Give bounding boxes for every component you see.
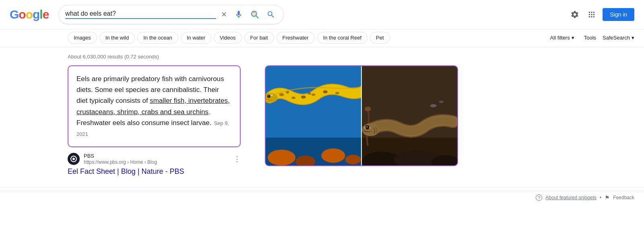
source-info: PBS https://www.pbs.org › Home › Blog xyxy=(84,153,157,165)
google-logo: Google xyxy=(10,8,49,21)
svg-point-2 xyxy=(253,13,256,15)
microphone-icon xyxy=(234,10,243,19)
search-button[interactable] xyxy=(265,8,277,21)
tools-button[interactable]: Tools xyxy=(581,32,599,43)
nav-bar: Images In the wild In the ocean In water… xyxy=(0,29,644,47)
pbs-logo xyxy=(68,153,80,165)
svg-point-13 xyxy=(279,93,284,96)
safe-search-button[interactable]: SafeSearch ▾ xyxy=(603,35,634,41)
logo-letter-g2: g xyxy=(33,8,39,21)
results-layout: Eels are primarily predatory fish with c… xyxy=(68,65,554,176)
feedback-icon: ⚑ xyxy=(605,194,610,201)
eel-image-1[interactable] xyxy=(266,66,361,165)
image-panel[interactable] xyxy=(265,65,458,166)
svg-point-17 xyxy=(323,90,328,94)
lens-button[interactable] xyxy=(249,8,261,21)
source-url: https://www.pbs.org › Home › Blog xyxy=(84,159,157,165)
feedback-label[interactable]: Feedback xyxy=(613,195,634,200)
results-count: About 6,030,000 results (0.72 seconds) xyxy=(68,54,554,60)
nav-chip-for-bait[interactable]: For bait xyxy=(244,32,274,44)
chevron-down-icon: ▾ xyxy=(632,35,634,41)
question-circle-icon: ? xyxy=(536,194,542,201)
nav-right: All filters ▾ Tools SafeSearch ▾ xyxy=(547,32,634,43)
svg-point-26 xyxy=(266,94,268,96)
logo-letter-o1: o xyxy=(19,8,25,21)
svg-point-36 xyxy=(367,126,367,127)
chevron-down-icon: ▾ xyxy=(572,35,574,41)
svg-point-9 xyxy=(268,150,295,165)
nav-chip-in-water[interactable]: In water xyxy=(181,32,211,44)
nav-chip-in-the-ocean[interactable]: In the ocean xyxy=(137,32,178,44)
apps-button[interactable] xyxy=(586,8,598,21)
nav-chip-freshwater[interactable]: Freshwater xyxy=(277,32,315,44)
nav-chip-in-the-wild[interactable]: In the wild xyxy=(99,32,135,44)
snippet-text: Eels are primarily predatory fish with c… xyxy=(76,73,232,139)
all-filters-button[interactable]: All filters ▾ xyxy=(547,32,578,43)
eel-drawing-2 xyxy=(362,66,457,165)
svg-point-37 xyxy=(430,104,437,107)
logo-letter-l: l xyxy=(39,8,42,21)
header: Google ✕ xyxy=(0,0,644,29)
svg-point-14 xyxy=(291,97,295,99)
logo-letter-e: e xyxy=(43,8,49,21)
svg-point-6 xyxy=(72,158,75,160)
source-row: PBS https://www.pbs.org › Home › Blog ⋮ xyxy=(68,153,241,165)
nav-chip-coral-reef[interactable]: In the coral Reef xyxy=(317,32,367,44)
search-icons: ✕ xyxy=(219,8,277,21)
clear-icon: ✕ xyxy=(221,10,227,19)
featured-snippet: Eels are primarily predatory fish with c… xyxy=(68,65,241,147)
sign-in-button[interactable]: Sign in xyxy=(603,8,634,21)
search-bar: ✕ xyxy=(58,5,284,24)
svg-point-11 xyxy=(321,148,345,163)
svg-point-20 xyxy=(308,92,311,95)
svg-point-16 xyxy=(312,94,316,96)
svg-line-1 xyxy=(256,16,258,18)
settings-button[interactable] xyxy=(569,8,581,21)
header-right: Sign in xyxy=(569,8,634,21)
settings-icon xyxy=(570,10,579,19)
clear-button[interactable]: ✕ xyxy=(219,8,229,21)
svg-point-32 xyxy=(365,106,371,111)
bullet-separator: • xyxy=(600,195,601,200)
lens-icon xyxy=(250,10,259,19)
svg-point-18 xyxy=(335,92,339,94)
svg-point-25 xyxy=(268,96,269,96)
logo-letter-o2: o xyxy=(26,8,33,21)
content-divider xyxy=(0,187,644,188)
svg-point-24 xyxy=(268,95,270,97)
left-column: Eels are primarily predatory fish with c… xyxy=(68,65,241,176)
source-link-anchor[interactable]: Eel Fact Sheet | Blog | Nature - PBS xyxy=(68,167,184,175)
search-icon xyxy=(266,10,275,19)
snippet-date: Sep 9, 2021 xyxy=(76,120,229,137)
pbs-icon xyxy=(69,154,78,163)
voice-search-button[interactable] xyxy=(233,8,245,21)
source-link: Eel Fact Sheet | Blog | Nature - PBS xyxy=(68,167,241,176)
main-content: About 6,030,000 results (0.72 seconds) E… xyxy=(0,47,564,182)
svg-point-38 xyxy=(439,100,444,103)
footer-hint: ? About featured snippets • ⚑ Feedback xyxy=(0,191,644,204)
svg-point-35 xyxy=(366,126,369,129)
source-name: PBS xyxy=(84,153,157,159)
more-options-icon[interactable]: ⋮ xyxy=(233,154,241,163)
nav-chip-videos[interactable]: Videos xyxy=(214,32,242,44)
logo-letter-g: G xyxy=(10,8,19,21)
eel-drawing-1 xyxy=(266,66,361,165)
featured-snippets-label[interactable]: About featured snippets xyxy=(545,195,597,200)
apps-icon xyxy=(587,10,596,19)
nav-chip-images[interactable]: Images xyxy=(68,32,97,44)
eel-image-2[interactable] xyxy=(362,66,457,165)
search-input[interactable] xyxy=(65,10,216,19)
svg-point-12 xyxy=(345,155,361,165)
nav-chip-pet[interactable]: Pet xyxy=(370,32,390,44)
svg-point-15 xyxy=(301,96,306,99)
